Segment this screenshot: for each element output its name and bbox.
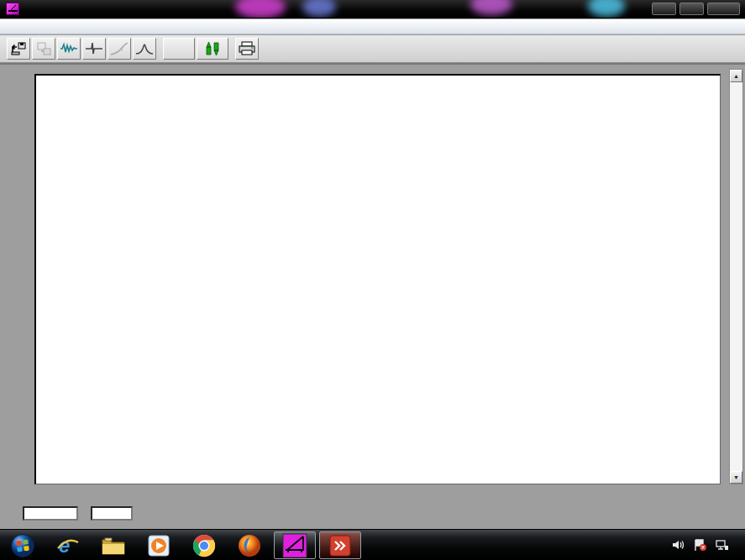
taskbar-seismograph-app[interactable] bbox=[274, 531, 316, 559]
taskbar-media-player[interactable] bbox=[136, 531, 181, 559]
aero-glass-blob bbox=[302, 0, 336, 17]
spike-trace-icon bbox=[85, 41, 103, 56]
maximize-button[interactable] bbox=[679, 3, 704, 15]
menu-bar bbox=[0, 19, 745, 34]
seismic-traces-canvas bbox=[36, 76, 722, 486]
taskbar-firefox[interactable] bbox=[227, 531, 272, 559]
scroll-up-down-button[interactable] bbox=[197, 38, 228, 60]
copy-view-button[interactable] bbox=[32, 38, 55, 60]
waveform-icon bbox=[60, 41, 78, 56]
open-file-button[interactable] bbox=[7, 38, 30, 60]
gaussian-filter-button[interactable] bbox=[133, 38, 156, 60]
copy-icon bbox=[35, 41, 52, 56]
firefox-icon bbox=[237, 533, 262, 558]
aux-field[interactable] bbox=[91, 506, 133, 521]
start-time-field[interactable] bbox=[23, 506, 78, 521]
minimize-button[interactable] bbox=[652, 3, 676, 15]
chrome-icon bbox=[191, 533, 217, 558]
scroll-up-arrow[interactable]: ▲ bbox=[730, 70, 742, 82]
taskbar-chrome[interactable] bbox=[181, 531, 227, 559]
network-icon[interactable] bbox=[715, 539, 729, 552]
up-down-arrows-icon bbox=[202, 40, 223, 57]
toolbar: f bbox=[0, 35, 745, 63]
aero-glass-blob bbox=[470, 0, 512, 15]
frequency-filter-button[interactable]: f bbox=[108, 38, 131, 60]
spike-trace-button[interactable] bbox=[82, 38, 106, 60]
internet-explorer-icon: e bbox=[55, 533, 81, 558]
taskbar: e bbox=[0, 529, 745, 560]
printer-icon bbox=[238, 41, 256, 56]
taskbar-start-button[interactable] bbox=[0, 531, 45, 559]
taskbar-internet-explorer[interactable]: e bbox=[45, 531, 91, 559]
frequency-filter-icon: f bbox=[110, 41, 129, 56]
volume-icon[interactable] bbox=[672, 539, 685, 551]
action-center-flag-icon[interactable] bbox=[693, 539, 707, 552]
anydesk-icon bbox=[328, 533, 353, 558]
seismograph-app-icon bbox=[281, 533, 308, 558]
folder-icon bbox=[100, 534, 127, 557]
taskbar-anydesk[interactable] bbox=[319, 531, 361, 559]
windows-start-icon bbox=[10, 533, 35, 558]
helicorder-plot bbox=[34, 74, 721, 484]
print-button[interactable] bbox=[235, 38, 259, 60]
gaussian-curve-icon bbox=[135, 41, 154, 56]
app-window: f bbox=[0, 0, 745, 560]
vertical-scrollbar[interactable]: ▲ ▼ bbox=[729, 69, 743, 484]
open-file-icon bbox=[10, 41, 27, 56]
now-button[interactable] bbox=[163, 38, 195, 60]
close-button[interactable] bbox=[707, 3, 740, 15]
media-player-icon bbox=[146, 533, 171, 558]
taskbar-windows-explorer[interactable] bbox=[91, 531, 136, 559]
app-icon bbox=[6, 3, 19, 15]
title-bar bbox=[0, 0, 745, 18]
aero-glass-blob bbox=[235, 0, 286, 18]
waveform-view-button[interactable] bbox=[57, 38, 81, 60]
aero-glass-blob bbox=[588, 0, 625, 17]
scroll-down-arrow[interactable]: ▼ bbox=[730, 471, 742, 484]
